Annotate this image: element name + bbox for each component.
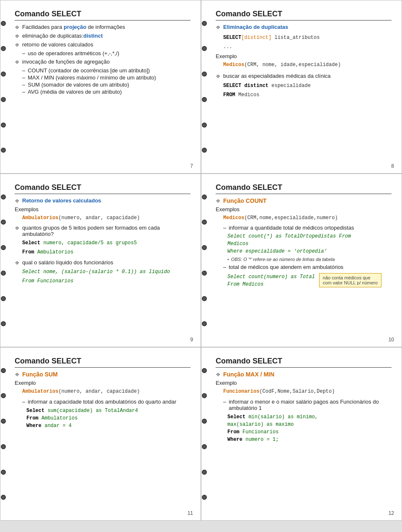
spiral-dot	[202, 470, 207, 475]
spiral-dot	[1, 321, 6, 326]
bullet-item: ❖ Função COUNT	[216, 197, 392, 204]
spiral-dot	[202, 271, 207, 276]
spiral-dot	[202, 444, 207, 449]
slide-11-inner: Comando SELECT ❖ Função SUM Exemplo Ambu…	[10, 357, 191, 430]
code-highlight: Ambulatorios	[22, 215, 58, 221]
sub-text: total de médicos que atendem em ambulató…	[229, 264, 343, 270]
slide-10: Comando SELECT ❖ Função COUNT Exemplos M…	[201, 174, 402, 347]
spiral-7	[0, 0, 7, 173]
highlight: projeção	[64, 24, 86, 30]
dash-icon: –	[22, 50, 25, 56]
code-block-sub: Select count(numero) as Total From Medic…	[220, 271, 315, 290]
spiral-dot	[202, 21, 207, 26]
spiral-12	[201, 348, 208, 520]
code-block: From Ambulatorios	[22, 248, 191, 256]
note-box: não conta médicos quecom valor NULL p/ n…	[319, 273, 381, 287]
slide-12-inner: Comando SELECT ❖ Função MAX / MIN Exempl…	[211, 357, 392, 443]
code-text: (numero, andar, capacidade)	[58, 215, 139, 221]
bullet-item: ❖ Eliminação de duplicatas	[216, 24, 392, 31]
slide-11-title: Comando SELECT	[15, 357, 191, 368]
code-block: FROM Medicos	[223, 91, 392, 99]
spiral-dot	[1, 368, 6, 373]
sub-item: – informar o menor e o maior salário pag…	[223, 399, 392, 411]
slide-11-title-select: SELECT	[52, 357, 81, 365]
sub-item: – MAX / MIN (valores máximo / mínimo de …	[22, 74, 191, 81]
diamond-icon: ❖	[216, 371, 221, 378]
bullet-item: ❖ quantos grupos de 5 leitos podem ser f…	[15, 225, 191, 237]
bullet-text: invocação de funções de agregação	[22, 59, 110, 65]
diamond-icon: ❖	[15, 371, 20, 378]
spiral-9	[0, 174, 7, 347]
code-bracket: [distinct]	[241, 35, 271, 41]
bullet-item: ❖ retorno de valores calculados	[15, 41, 191, 48]
code-block: Ambulatorios(numero, andar, capacidade)	[22, 388, 191, 395]
sub-text: AVG (média de valores de um atributo)	[28, 89, 121, 95]
dash-icon: –	[223, 225, 226, 231]
spiral-dot	[1, 97, 6, 102]
slide-8-title: Comando SELECT	[216, 10, 392, 20]
bullet-text: buscar as especialidades médicas da clín…	[223, 73, 331, 79]
page: Comando SELECT ❖ Facilidades para projeç…	[0, 0, 402, 521]
bullet-item: ❖ Facilidades para projeção de informaçõ…	[15, 24, 191, 31]
slide-9: Comando SELECT ❖ Retorno de valores calc…	[0, 174, 201, 347]
slide-12-title-select: SELECT	[253, 357, 282, 365]
code-from: From	[26, 415, 39, 421]
code-text: Select nome, (salario-(salario * 0.1)) a…	[22, 269, 170, 275]
sub-item: – total de médicos que atendem em ambula…	[223, 264, 392, 270]
slide-number-12: 12	[389, 510, 394, 516]
slide-12-title: Comando SELECT	[216, 357, 392, 368]
sub-item: – AVG (média de valores de um atributo)	[22, 89, 191, 95]
slide-7-inner: Comando SELECT ❖ Facilidades para projeç…	[10, 10, 191, 95]
highlight-distinct: distinct	[83, 33, 103, 39]
spiral-dot	[202, 97, 207, 102]
code-keyword: SELECT	[223, 35, 241, 41]
code-block: Select nome, (salario-(salario * 0.1)) a…	[22, 268, 191, 276]
code-block: SELECT distinct especialidade	[223, 82, 392, 90]
code-select: Select	[26, 408, 44, 414]
obs-text: OBS: O '*' refere-se ao número de linhas…	[231, 257, 335, 262]
diamond-icon: ❖	[15, 42, 20, 48]
spiral-dot	[202, 148, 207, 153]
spiral-dot	[202, 123, 207, 128]
slide-9-title-select: SELECT	[52, 183, 81, 192]
spiral-dot	[1, 46, 6, 51]
code-block: ...	[223, 43, 392, 51]
slide-10-inner: Comando SELECT ❖ Função COUNT Exemplos M…	[211, 183, 392, 290]
code-where: Where	[227, 437, 242, 442]
spiral-dot	[1, 444, 6, 449]
dash-icon: –	[223, 264, 226, 270]
code-part3: Funcionarios	[240, 429, 279, 435]
sub-text: MAX / MIN (valores máximo / mínimo de um…	[28, 74, 156, 81]
slide-7-title-select: SELECT	[52, 10, 81, 18]
code-text: (numero, andar, capacidade)	[58, 389, 139, 394]
section-title-sum: Função SUM	[22, 371, 58, 378]
bullet-text: Facilidades para projeção de informações	[22, 24, 125, 30]
obs-item: • OBS: O '*' refere-se ao número de linh…	[227, 257, 392, 262]
spiral-dot	[202, 393, 207, 398]
code-block: SELECT[distinct] lista_atributos	[223, 34, 392, 41]
spiral-dot	[202, 296, 207, 301]
slide-11: Comando SELECT ❖ Função SUM Exemplo Ambu…	[0, 347, 201, 521]
code-highlight: Medicos	[223, 215, 244, 221]
bullet-text: eliminação de duplicatas:distinct	[22, 33, 103, 39]
bullet-text: quantos grupos de 5 leitos podem ser for…	[22, 225, 191, 237]
code-block: Select count(numero) as Total From Medic…	[227, 273, 315, 288]
slide-number-10: 10	[389, 337, 394, 343]
slide-9-title: Comando SELECT	[15, 183, 191, 194]
spiral-dot	[202, 368, 207, 373]
spiral-dot	[202, 46, 207, 51]
diamond-icon: ❖	[15, 225, 20, 231]
spiral-dot	[1, 419, 6, 424]
code-block: Medicos(CRM, nome, idade,especialidade)	[223, 61, 392, 69]
section-title: Retorno de valores calculados	[22, 197, 101, 204]
code-from: From	[22, 249, 34, 255]
code-text: From Funcionarios	[22, 278, 73, 284]
slide-10-title: Comando SELECT	[216, 183, 392, 194]
diamond-icon: ❖	[15, 198, 20, 204]
spiral-8	[201, 0, 208, 173]
code-block: Select count(*) as TotalOrtopedistas Fro…	[227, 233, 392, 255]
code-keyword-from: FROM	[223, 92, 235, 98]
spiral-dot	[1, 393, 6, 398]
spiral-dot	[202, 495, 207, 500]
code-block: Ambulatorios(numero, andar, capacidade)	[22, 214, 191, 222]
